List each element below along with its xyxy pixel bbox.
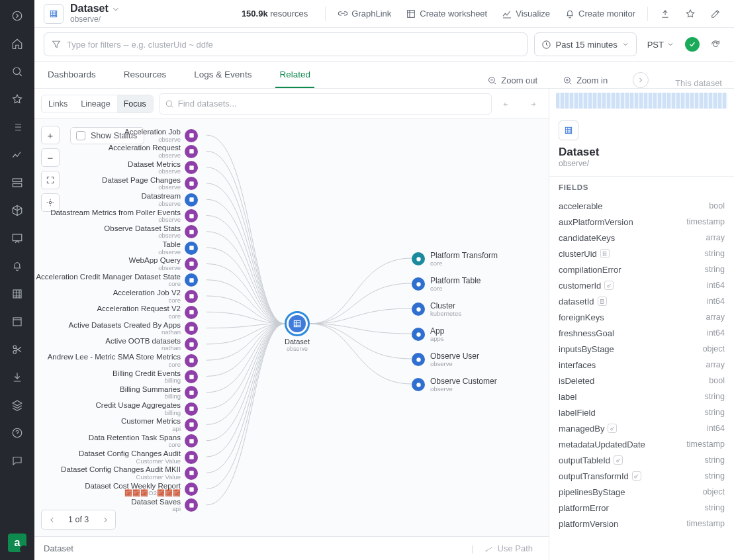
subtab-links[interactable]: Links (42, 95, 74, 113)
field-row[interactable]: clusterUidstring (559, 246, 725, 261)
graph-canvas[interactable]: + − Show Status Dataset observe Accelera… (34, 119, 549, 536)
module-icon[interactable] (9, 175, 25, 191)
field-row[interactable]: pipelinesByStageobject (559, 484, 725, 500)
undo-icon[interactable] (497, 94, 517, 114)
graph-in-node[interactable]: Acceleration Credit Manager Dataset Stat… (36, 273, 198, 287)
field-row[interactable]: labelFieldstring (559, 404, 725, 420)
tab-dashboards[interactable]: Dashboards (44, 62, 100, 88)
field-row[interactable]: interfacesarray (559, 357, 725, 373)
tab-logs-events[interactable]: Logs & Events (190, 62, 255, 88)
graph-out-node[interactable]: Appapps (412, 327, 444, 342)
pager-next-button[interactable] (95, 510, 115, 530)
tab-resources[interactable]: Resources (120, 62, 171, 88)
refresh-icon[interactable] (706, 35, 725, 54)
chat-icon[interactable] (9, 453, 25, 469)
graph-in-node[interactable]: Dataset Metricsobserve (128, 161, 198, 175)
zoom-in-button[interactable]: Zoom in (560, 73, 610, 88)
subtab-focus[interactable]: Focus (117, 95, 153, 113)
graph-in-node[interactable]: Observe Dataset Statsobserve (104, 225, 198, 239)
graph-in-node[interactable]: Dataset Config Changes AuditCustomer Val… (79, 450, 198, 464)
find-datasets-input[interactable] (159, 93, 492, 115)
graph-in-node[interactable]: Tableobserve (158, 241, 198, 255)
subtab-lineage[interactable]: Lineage (74, 95, 117, 113)
field-row[interactable]: compilationErrorstring (559, 261, 725, 277)
expand-inspector-button[interactable] (633, 72, 649, 88)
graph-in-node[interactable]: Customer Metricsapi (121, 418, 198, 432)
field-row[interactable]: candidateKeysarray (559, 230, 725, 246)
search-icon[interactable] (9, 64, 25, 79)
graph-out-node[interactable]: Platform Transformcore (412, 252, 498, 267)
star-icon[interactable] (681, 5, 700, 23)
pager-prev-button[interactable] (42, 510, 62, 530)
field-row[interactable]: foreignKeysarray (559, 309, 725, 325)
tab-related[interactable]: Related (275, 62, 314, 88)
graph-in-node[interactable]: Credit Usage Aggregatesbilling (96, 402, 199, 416)
zoom-plus-button[interactable]: + (41, 126, 60, 144)
field-row[interactable]: auxPlatformVersiontimestamp (559, 214, 725, 230)
graph-in-node[interactable]: Dataset Cost Weekly Report🧱🧱🧱O2🧱🧱🧱 (85, 483, 198, 496)
graph-in-node[interactable]: Billing Credit Eventsbilling (113, 370, 198, 384)
download-icon[interactable] (9, 369, 25, 385)
field-row[interactable]: outputTableIdstring (559, 452, 725, 468)
graph-in-node[interactable]: Billing Summariesbilling (120, 386, 198, 400)
graph-in-node[interactable]: Acceleration Requestobserve (109, 144, 198, 158)
create-worksheet-button[interactable]: Create worksheet (402, 6, 491, 22)
share-icon[interactable] (656, 5, 674, 23)
graph-in-node[interactable]: Active Datasets Created By Appsnathan (69, 322, 198, 336)
center-node[interactable]: Dataset observe (285, 311, 310, 352)
filter-input[interactable] (44, 32, 528, 56)
graph-in-node[interactable]: Data Retention Task Spanscore (89, 434, 198, 448)
time-scrubber[interactable] (549, 89, 734, 114)
field-row[interactable]: datasetIdint64 (559, 293, 725, 309)
field-row[interactable]: metadataUpdatedDatetimestamp (559, 436, 725, 452)
field-row[interactable]: isDeletedbool (559, 373, 725, 389)
metrics-icon[interactable] (9, 147, 25, 163)
field-row[interactable]: managedByint64 (559, 420, 725, 436)
presentation-icon[interactable] (9, 230, 25, 246)
stack-icon[interactable] (9, 397, 25, 413)
field-row[interactable]: platformErrorstring (559, 500, 725, 516)
status-ok-icon[interactable] (685, 37, 700, 52)
home-icon[interactable] (9, 36, 25, 52)
graph-in-node[interactable]: WebApp Queryobserve (129, 257, 198, 271)
field-row[interactable]: outputTransformIdstring (559, 468, 725, 484)
graph-in-node[interactable]: Acceleration Jobobserve (124, 128, 198, 142)
page-title[interactable]: Dataset (70, 3, 120, 15)
create-monitor-button[interactable]: Create monitor (561, 6, 639, 22)
bell-icon[interactable] (9, 258, 25, 274)
zoom-minus-button[interactable]: − (41, 148, 60, 167)
graph-in-node[interactable]: Acceleration Job V2core (113, 289, 198, 303)
time-range-selector[interactable]: Past 15 minutes (534, 32, 636, 56)
field-row[interactable]: inputsByStageobject (559, 341, 725, 357)
help-icon[interactable] (9, 425, 25, 441)
graph-out-node[interactable]: Observe Customerobserve (412, 377, 497, 393)
graph-in-node[interactable]: Dataset Config Changes Audit MKIICustome… (61, 466, 198, 480)
list-icon[interactable] (9, 119, 25, 135)
graph-out-node[interactable]: Clusterkubernetes (412, 302, 461, 317)
visualize-button[interactable]: Visualize (498, 6, 554, 22)
window-icon[interactable] (9, 314, 25, 330)
graph-in-node[interactable]: Datastreamobserve (142, 193, 198, 207)
observe-logo-icon[interactable]: a (8, 534, 26, 552)
cube-icon[interactable] (9, 203, 25, 218)
favorites-icon[interactable] (9, 91, 25, 107)
graph-in-node[interactable]: Dataset Savesapi (131, 498, 198, 512)
graph-out-node[interactable]: Observe Userobserve (412, 352, 479, 367)
scissors-icon[interactable] (9, 342, 25, 357)
field-row[interactable]: customerIdint64 (559, 277, 725, 293)
graphlink-button[interactable]: GraphLink (334, 6, 395, 22)
graph-in-node[interactable]: Dataset Page Changesobserve (102, 177, 198, 191)
graph-in-node[interactable]: Andrew Lee - Metric SMA Store Metricscor… (48, 353, 198, 367)
field-row[interactable]: accelerablebool (559, 198, 725, 214)
graph-in-node[interactable]: Active OOTB datasetsnathan (105, 338, 198, 351)
graph-in-node[interactable]: Datastream Metrics from Poller Eventsobs… (50, 209, 198, 223)
collapse-icon[interactable] (9, 8, 25, 24)
zoom-out-button[interactable]: Zoom out (484, 73, 540, 88)
fullscreen-button[interactable] (41, 171, 60, 189)
field-row[interactable]: freshnessGoalint64 (559, 325, 725, 341)
edit-icon[interactable] (706, 5, 725, 23)
field-row[interactable]: labelstring (559, 389, 725, 404)
field-row[interactable]: platformVersiontimestamp (559, 516, 725, 532)
graph-in-node[interactable]: Acceleration Request V2core (97, 305, 198, 319)
grid-icon[interactable] (9, 286, 25, 302)
